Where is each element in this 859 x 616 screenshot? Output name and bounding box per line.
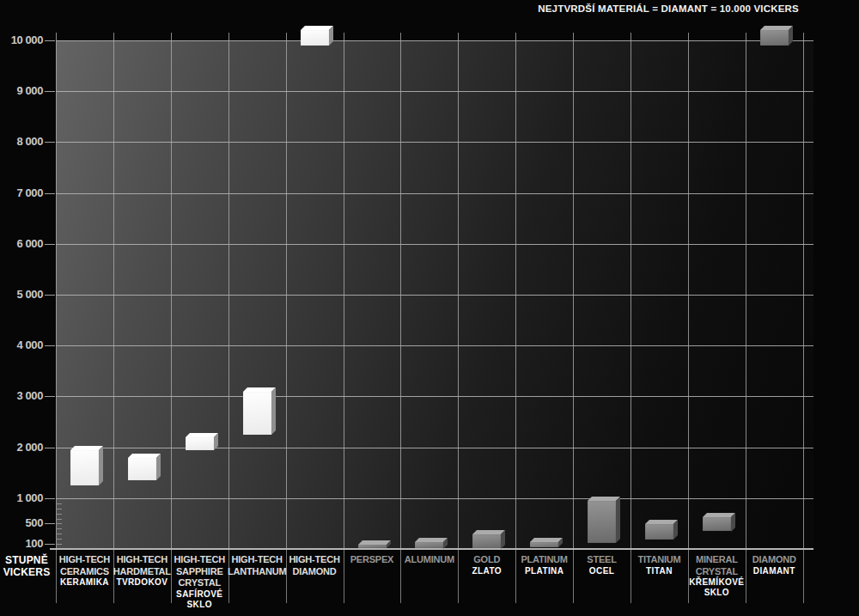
y-tick-label: 10 000: [2, 34, 43, 46]
gridline-horizontal: [56, 40, 813, 41]
category-label-en: CERAMICS: [60, 566, 109, 578]
chart-title: NEJTVRDŠÍ MATERIÁL = DIAMANT = 10.000 VI…: [0, 3, 799, 14]
category-label-en: GOLD: [473, 554, 500, 566]
bar-high-tech-lanthanum: [243, 387, 276, 435]
category-label-en: HIGH-TECH: [59, 554, 110, 566]
bar-right-face: [271, 387, 276, 435]
y-tick-label: 9 000: [2, 85, 43, 97]
bar-right-face: [99, 446, 103, 485]
bar-front-face: [415, 542, 443, 549]
category-label-perspex: PERSPEX: [344, 554, 400, 566]
category-label-aluminum: ALUMINUM: [401, 554, 457, 566]
category-label-high-tech-hardmetal: HIGH-TECHHARDMETALTVRDOKOV: [114, 554, 170, 588]
y-minor-tick: [56, 519, 62, 520]
gridline-vertical: [344, 33, 344, 549]
bar-right-face: [789, 26, 793, 46]
y-tick-label: 4 000: [2, 339, 43, 351]
gridline-horizontal: [56, 295, 813, 296]
y-tick-mark: [45, 193, 55, 194]
category-label-titanium: TITANIUMTITAN: [631, 554, 687, 576]
bar-titanium: [645, 520, 678, 540]
gridline-horizontal: [56, 142, 813, 143]
gridline-vertical: [458, 33, 459, 549]
gridline-vertical: [286, 33, 287, 549]
y-tick-mark: [45, 91, 55, 92]
category-label-cs: DIAMANT: [753, 566, 795, 576]
category-label-cs: PLATINA: [525, 566, 564, 576]
category-label-cs: TVRDOKOV: [116, 577, 168, 588]
bar-right-face: [616, 497, 620, 543]
bar-high-tech-hardmetal: [128, 454, 161, 480]
bar-front-face: [760, 30, 789, 46]
y-tick-mark: [45, 396, 55, 397]
category-label-gold: GOLDZLATO: [459, 554, 515, 576]
category-label-en: PERSPEX: [350, 554, 394, 566]
y-tick-mark: [45, 523, 55, 524]
bar-right-face: [156, 454, 161, 480]
gridline-vertical: [631, 33, 631, 549]
bar-front-face: [186, 437, 214, 450]
category-label-en: CRYSTAL: [179, 577, 221, 589]
column-separator: [803, 549, 804, 603]
y-minor-tick: [56, 523, 62, 524]
bar-front-face: [703, 517, 731, 532]
category-label-cs: TITAN: [646, 566, 673, 576]
y-tick-label: 2 000: [2, 442, 43, 454]
category-label-high-tech-sapphire-crystal: HIGH-TECHSAPPHIRECRYSTALSAFÍROVÉSKLO: [172, 554, 228, 610]
y-tick-mark: [45, 448, 55, 448]
category-label-platinum: PLATINUMPLATINA: [516, 554, 572, 576]
bar-steel: [588, 497, 620, 543]
y-minor-tick: [56, 503, 62, 504]
y-tick-mark: [45, 295, 55, 296]
hardness-chart: NEJTVRDŠÍ MATERIÁL = DIAMANT = 10.000 VI…: [0, 0, 859, 616]
y-tick-mark: [45, 544, 55, 545]
gridline-vertical: [113, 33, 114, 549]
bar-front-face: [645, 524, 673, 540]
category-label-en: STEEL: [587, 554, 616, 566]
category-label-en: HIGH-TECH: [231, 554, 282, 566]
category-label-en: LANTHANUM: [228, 566, 286, 578]
gridline-vertical: [746, 33, 746, 549]
category-label-en: HIGH-TECH: [289, 554, 339, 566]
y-axis-title: STUPNĚ VICKERS: [0, 554, 53, 578]
gridline-vertical: [400, 33, 401, 549]
gridline-vertical: [573, 33, 574, 549]
bar-front-face: [358, 545, 387, 548]
bar-front-face: [243, 392, 271, 435]
category-label-diamond: DIAMONDDIAMANT: [746, 554, 802, 576]
category-label-high-tech-ceramics: HIGH-TECHCERAMICSKERAMIKA: [57, 554, 113, 588]
category-label-cs: SKLO: [187, 600, 212, 610]
category-label-mineral-crystal: MINERALCRYSTALKŘEMÍKOVÉSKLO: [689, 554, 745, 598]
y-minor-tick: [56, 528, 62, 529]
category-label-cs: KŘEMÍKOVÉ: [689, 577, 744, 588]
y-tick-mark: [45, 498, 55, 499]
y-minor-tick: [56, 534, 62, 534]
bar-perspex: [358, 540, 391, 548]
y-tick-mark: [45, 40, 55, 41]
gridline-vertical: [228, 33, 229, 549]
category-label-en: ALUMINUM: [405, 554, 454, 566]
gridline-horizontal: [56, 448, 813, 448]
category-label-cs: SKLO: [704, 588, 729, 598]
bar-right-face: [731, 513, 735, 532]
y-axis-title-line2: VICKERS: [0, 566, 53, 578]
y-tick-label: 500: [2, 517, 43, 529]
y-tick-label: 1 000: [2, 492, 43, 504]
category-label-cs: OCEL: [589, 566, 614, 576]
category-label-high-tech-diamond: HIGH-TECHDIAMOND: [287, 554, 343, 577]
bar-platinum: [530, 538, 563, 547]
y-minor-tick: [56, 509, 62, 509]
category-label-en: HARDMETAL: [113, 566, 171, 578]
category-label-en: CRYSTAL: [696, 566, 738, 578]
y-axis-title-line1: STUPNĚ: [0, 554, 53, 566]
y-tick-label: 3 000: [2, 390, 43, 402]
bar-right-face: [214, 433, 218, 450]
y-minor-tick: [56, 514, 62, 515]
bar-front-face: [128, 458, 156, 480]
category-label-en: HIGH-TECH: [117, 554, 168, 566]
category-label-en: DIAMOND: [752, 554, 796, 566]
y-tick-label: 5 000: [2, 289, 43, 301]
gridline-horizontal: [56, 345, 813, 346]
category-label-steel: STEELOCEL: [574, 554, 630, 576]
bar-front-face: [588, 501, 616, 543]
